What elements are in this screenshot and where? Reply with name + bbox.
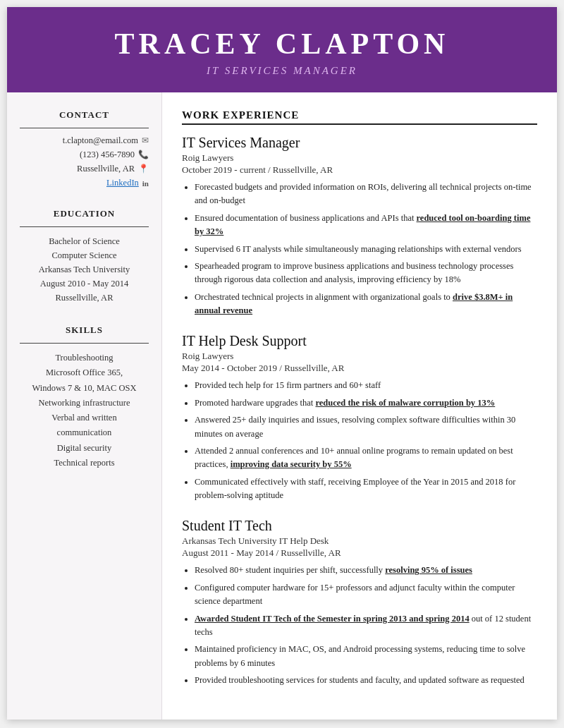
- skill-1: Troubleshooting: [20, 351, 149, 365]
- job-meta-1: October 2019 - current / Russellville, A…: [182, 164, 537, 176]
- job-meta-2: May 2014 - October 2019 / Russellville, …: [182, 363, 537, 374]
- bullet-2-3: Answered 25+ daily inquiries and issues,…: [195, 413, 537, 441]
- main-content: WORK EXPERIENCE IT Services Manager Roig…: [162, 92, 557, 720]
- education-content: Bachelor of Science Computer Science Ark…: [20, 234, 149, 305]
- resume-header: TRACEY CLAPTON IT SERVICES MANAGER: [7, 7, 557, 92]
- skill-8: Technical reports: [20, 456, 149, 471]
- work-experience-title: WORK EXPERIENCE: [182, 109, 537, 125]
- job-bullets-2: Provided tech help for 15 firm partners …: [182, 379, 537, 502]
- phone-text: (123) 456-7890: [80, 150, 135, 160]
- bullet-1-1: Forecasted budgets and provided informat…: [195, 181, 537, 208]
- highlight-2-4: improving data security by 55%: [231, 459, 352, 469]
- highlight-1-2: reduced tool on-boarding time by 32%: [195, 213, 530, 236]
- job-title-3: Student IT Tech: [182, 518, 537, 534]
- education-section: EDUCATION Bachelor of Science Computer S…: [20, 208, 149, 305]
- bullet-1-3: Supervised 6 IT analysts while simultane…: [195, 243, 537, 256]
- highlight-3-3: Awarded Student IT Tech of the Semester …: [195, 614, 470, 624]
- skills-section: SKILLS Troubleshooting Microsoft Office …: [20, 324, 149, 471]
- bullet-3-1: Resolved 80+ student inquiries per shift…: [195, 564, 537, 577]
- bullet-1-4: Spearheaded program to improve business …: [195, 260, 537, 287]
- bullet-3-2: Configured computer hardware for 15+ pro…: [195, 581, 537, 609]
- job-it-help-desk: IT Help Desk Support Roig Lawyers May 20…: [182, 333, 537, 502]
- bullet-2-4: Attended 2 annual conferences and 10+ an…: [195, 444, 537, 472]
- job-meta-3: August 2011 - May 2014 / Russellville, A…: [182, 547, 537, 559]
- highlight-3-1: resolving 95% of issues: [385, 565, 472, 575]
- bullet-3-5: Provided troubleshooting services for st…: [195, 674, 537, 687]
- linkedin-icon: in: [142, 179, 149, 188]
- contact-linkedin[interactable]: LinkedIn in: [20, 178, 149, 188]
- skill-2: Microsoft Office 365,: [20, 365, 149, 380]
- education-section-title: EDUCATION: [20, 208, 149, 219]
- edu-university: Arkansas Tech University: [20, 262, 149, 277]
- contact-email: t.clapton@email.com ✉: [20, 135, 149, 146]
- contact-phone: (123) 456-7890 📞: [20, 150, 149, 160]
- linkedin-link[interactable]: LinkedIn: [106, 178, 139, 188]
- skill-6: communication: [20, 425, 149, 440]
- edu-degree: Bachelor of Science: [20, 234, 149, 248]
- contact-divider: [20, 128, 149, 128]
- bullet-1-2: Ensured documentation of business applic…: [195, 212, 537, 239]
- bullet-3-4: Maintained proficiency in MAC, OS, and A…: [195, 643, 537, 670]
- contact-section: CONTACT t.clapton@email.com ✉ (123) 456-…: [20, 109, 149, 188]
- email-icon: ✉: [142, 135, 149, 146]
- resume-wrapper: TRACEY CLAPTON IT SERVICES MANAGER CONTA…: [7, 7, 557, 720]
- contact-section-title: CONTACT: [20, 109, 149, 121]
- job-student-it-tech: Student IT Tech Arkansas Tech University…: [182, 518, 537, 687]
- contact-location: Russellville, AR 📍: [20, 164, 149, 174]
- job-it-services-manager: IT Services Manager Roig Lawyers October…: [182, 135, 537, 317]
- skills-divider: [20, 343, 149, 344]
- skill-7: Digital security: [20, 441, 149, 456]
- location-icon: 📍: [138, 164, 149, 174]
- edu-major: Computer Science: [20, 248, 149, 262]
- edu-dates: August 2010 - May 2014: [20, 277, 149, 291]
- job-bullets-1: Forecasted budgets and provided informat…: [182, 181, 537, 317]
- job-company-1: Roig Lawyers: [182, 152, 537, 164]
- bullet-1-5: Orchestrated technical projects in align…: [195, 291, 537, 318]
- job-title-1: IT Services Manager: [182, 135, 537, 151]
- bullet-3-3: Awarded Student IT Tech of the Semester …: [195, 612, 537, 640]
- bullet-2-1: Provided tech help for 15 firm partners …: [195, 379, 537, 392]
- skills-section-title: SKILLS: [20, 324, 149, 336]
- skill-4: Networking infrastructure: [20, 396, 149, 411]
- phone-icon: 📞: [138, 150, 149, 160]
- resume-body: CONTACT t.clapton@email.com ✉ (123) 456-…: [7, 92, 557, 720]
- location-text: Russellville, AR: [77, 164, 135, 174]
- job-company-3: Arkansas Tech University IT Help Desk: [182, 535, 537, 547]
- highlight-1-5: drive $3.8M+ in annual revenue: [195, 292, 513, 315]
- job-bullets-3: Resolved 80+ student inquiries per shift…: [182, 564, 537, 687]
- email-text: t.clapton@email.com: [63, 135, 138, 146]
- skill-3: Windows 7 & 10, MAC OSX: [20, 381, 149, 396]
- candidate-name: TRACEY CLAPTON: [21, 27, 543, 61]
- edu-location: Russellville, AR: [20, 291, 149, 305]
- skill-5: Verbal and written: [20, 411, 149, 425]
- sidebar: CONTACT t.clapton@email.com ✉ (123) 456-…: [7, 92, 162, 720]
- bullet-2-2: Promoted hardware upgrades that reduced …: [195, 396, 537, 410]
- job-title-2: IT Help Desk Support: [182, 333, 537, 349]
- bullet-2-5: Communicated effectively with staff, rec…: [195, 475, 537, 503]
- job-company-2: Roig Lawyers: [182, 351, 537, 362]
- candidate-title: IT SERVICES MANAGER: [21, 65, 543, 77]
- skills-content: Troubleshooting Microsoft Office 365, Wi…: [20, 351, 149, 471]
- education-divider: [20, 226, 149, 227]
- highlight-2-2: reduced the risk of malware corruption b…: [315, 398, 495, 408]
